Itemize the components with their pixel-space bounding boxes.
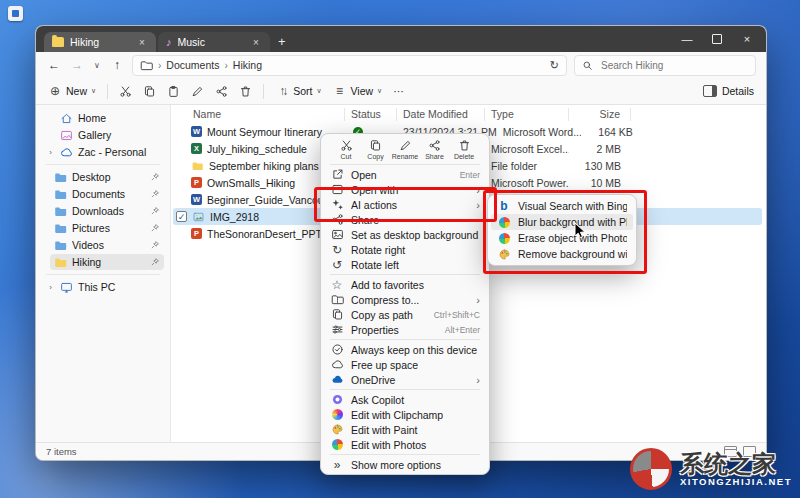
menu-item-ask-copilot[interactable]: Ask Copilot — [321, 392, 489, 407]
navigation-bar: ← → ∨ ↑ Documents Hiking ↻ — [36, 52, 766, 78]
cut-icon[interactable] — [119, 85, 132, 98]
sidebar-item-documents[interactable]: Documents — [50, 186, 164, 202]
menu-divider — [330, 454, 480, 455]
column-name[interactable]: Name — [173, 108, 345, 121]
paint-palette-icon — [331, 423, 344, 436]
desktop-shortcut-icon[interactable] — [8, 6, 23, 21]
breadcrumb-documents[interactable]: Documents — [166, 59, 219, 71]
tab-hiking[interactable]: Hiking × — [44, 32, 156, 52]
menu-divider — [330, 339, 480, 340]
minimize-button[interactable]: — — [672, 29, 702, 49]
menu-item-edit-with-clipchamp[interactable]: Edit with Clipchamp — [321, 407, 489, 422]
forward-button[interactable]: → — [69, 58, 85, 72]
watermark-subtitle: XITONGZHIJIA.NET — [680, 477, 792, 487]
breadcrumb-separator-icon — [158, 59, 161, 71]
menu-item-onedrive[interactable]: OneDrive — [321, 372, 489, 387]
breadcrumb-hiking[interactable]: Hiking — [233, 59, 262, 71]
sidebar-item-home[interactable]: Home — [42, 110, 164, 126]
delete-button[interactable]: Delete — [451, 139, 477, 160]
new-button[interactable]: ⊕ New ∨ — [48, 84, 96, 98]
search-box[interactable] — [574, 55, 756, 76]
menu-item-compress-to[interactable]: Compress to... — [321, 292, 489, 307]
menu-item-edit-with-paint[interactable]: Edit with Paint — [321, 422, 489, 437]
powerpoint-file-icon — [191, 177, 202, 188]
view-button[interactable]: ≡ View ∨ — [333, 84, 383, 98]
word-file-icon — [191, 126, 202, 137]
menu-item-show-more-options[interactable]: » Show more options — [321, 457, 489, 472]
share-icon — [428, 139, 441, 152]
menu-divider — [330, 274, 480, 275]
new-tab-button[interactable]: + — [278, 34, 286, 49]
copy-icon[interactable] — [143, 85, 156, 98]
sidebar-item-desktop[interactable]: Desktop — [50, 169, 164, 185]
sidebar-divider — [46, 164, 160, 165]
tab-music[interactable]: ♪ Music × — [158, 32, 270, 52]
search-input[interactable] — [599, 59, 749, 72]
toolbar-divider — [263, 84, 264, 99]
onedrive-cloud-icon — [331, 373, 344, 386]
menu-item-properties[interactable]: Properties Alt+Enter — [321, 322, 489, 337]
sidebar-item-this-pc[interactable]: › This PC — [42, 279, 164, 295]
close-button[interactable]: × — [732, 29, 762, 49]
photo-file-icon — [192, 211, 205, 223]
cut-button[interactable]: Cut — [333, 139, 359, 160]
share-button[interactable]: Share — [422, 139, 448, 160]
menu-item-rotate-left[interactable]: ↺ Rotate left — [321, 257, 489, 272]
column-status[interactable]: Status — [345, 108, 397, 121]
sidebar-item-downloads[interactable]: Downloads — [50, 203, 164, 219]
view-list-icon: ≡ — [333, 84, 347, 98]
chevron-right-icon — [472, 294, 480, 306]
menu-item-rotate-right[interactable]: ↻ Rotate right — [321, 242, 489, 257]
sidebar-item-videos[interactable]: Videos — [50, 237, 164, 253]
share-icon[interactable] — [215, 85, 228, 98]
folder-icon — [191, 160, 204, 172]
pin-icon — [150, 172, 160, 182]
more-options-icon: » — [330, 458, 344, 472]
expand-chevron-icon[interactable]: › — [46, 283, 55, 292]
back-button[interactable]: ← — [46, 58, 62, 72]
search-icon — [581, 60, 594, 71]
wallpaper-icon — [331, 228, 344, 241]
rename-icon[interactable] — [191, 85, 204, 98]
refresh-icon[interactable]: ↻ — [550, 59, 559, 72]
sidebar-item-gallery[interactable]: Gallery — [42, 127, 164, 143]
expand-chevron-icon[interactable]: › — [46, 148, 55, 157]
rotate-left-icon: ↺ — [330, 258, 344, 272]
address-bar[interactable]: Documents Hiking ↻ — [132, 55, 567, 76]
sidebar-item-hiking[interactable]: Hiking — [50, 254, 164, 270]
copy-button[interactable]: Copy — [363, 139, 389, 160]
pin-icon — [150, 257, 160, 267]
pin-icon — [150, 206, 160, 216]
maximize-button[interactable] — [702, 29, 732, 49]
menu-item-add-to-favorites[interactable]: ☆ Add to favorites — [321, 277, 489, 292]
paste-icon[interactable] — [167, 85, 180, 98]
column-type[interactable]: Type — [485, 108, 569, 121]
sidebar-item-onedrive-personal[interactable]: › Zac - Personal — [42, 144, 164, 160]
tab-close-icon[interactable]: × — [250, 37, 262, 48]
column-size[interactable]: Size — [569, 108, 631, 121]
menu-item-open[interactable]: Open Enter — [321, 167, 489, 182]
documents-icon — [54, 188, 67, 201]
menu-item-edit-with-photos[interactable]: Edit with Photos — [321, 437, 489, 452]
details-pane-button[interactable]: Details — [703, 85, 754, 97]
word-file-icon — [191, 194, 202, 205]
menu-item-free-up-space[interactable]: Free up space — [321, 357, 489, 372]
rename-button[interactable]: Rename — [392, 139, 418, 160]
column-date-modified[interactable]: Date Modified — [397, 108, 485, 121]
delete-icon[interactable] — [239, 85, 252, 98]
sort-button[interactable]: ↑↓ Sort ∨ — [275, 84, 321, 98]
checked-checkbox[interactable] — [176, 211, 187, 222]
menu-item-set-as-desktop-background[interactable]: Set as desktop background — [321, 227, 489, 242]
sidebar-item-pictures[interactable]: Pictures — [50, 220, 164, 236]
cut-icon — [340, 139, 353, 152]
tab-close-icon[interactable]: × — [136, 37, 148, 48]
chevron-down-icon: ∨ — [377, 87, 382, 95]
menu-item-always-keep-on-device[interactable]: Always keep on this device — [321, 342, 489, 357]
menu-item-copy-as-path[interactable]: Copy as path Ctrl+Shift+C — [321, 307, 489, 322]
desktop-icon — [54, 171, 67, 184]
more-options-button[interactable]: ··· — [393, 85, 404, 97]
sort-arrows-icon: ↑↓ — [275, 84, 289, 98]
history-chevron-icon[interactable]: ∨ — [92, 61, 102, 70]
star-icon: ☆ — [330, 278, 344, 292]
up-button[interactable]: ↑ — [109, 58, 125, 72]
